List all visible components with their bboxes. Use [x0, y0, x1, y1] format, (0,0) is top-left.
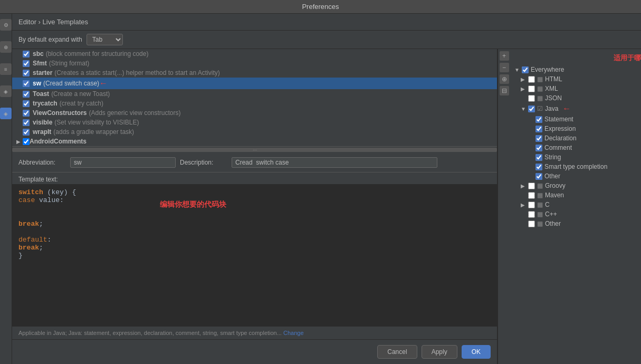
apply-button[interactable]: Apply: [422, 345, 457, 359]
tree-item-c[interactable]: ▶ ▦ C: [510, 200, 641, 209]
code-editor[interactable]: 编辑你想要的代码块 switch (key) { case value: bre…: [12, 184, 497, 326]
change-link[interactable]: Change: [283, 330, 304, 336]
tree-checkbox[interactable]: [528, 192, 535, 199]
item-checkbox[interactable]: [23, 100, 30, 107]
tree-checkbox[interactable]: [535, 164, 542, 170]
list-item[interactable]: ViewConstructors (Adds generic view cons…: [12, 108, 497, 118]
tree-checkbox[interactable]: [535, 145, 542, 151]
tree-toggle: ▶: [521, 86, 526, 92]
tree-item-everywhere[interactable]: ▼ Everywhere: [510, 65, 641, 74]
tree-checkbox[interactable]: [528, 106, 535, 112]
tree-item-json[interactable]: ▦ JSON: [510, 93, 641, 103]
context-annotation: 适用于哪种语言: [510, 51, 641, 65]
template-list[interactable]: sbc (block comment for structuring code)…: [12, 49, 497, 147]
tree-item-declaration[interactable]: Declaration: [510, 133, 641, 143]
context-panel: 适用于哪种语言 ▼ Everywhere ▶ ▦ HTML ▶: [510, 49, 641, 364]
fields-area: Abbreviation: Description:: [12, 153, 497, 173]
bottom-buttons: Cancel Apply OK: [12, 339, 497, 364]
header-bar: Editor › Live Templates Reset: [12, 14, 641, 31]
divider-handle[interactable]: ⋯: [12, 148, 497, 152]
arrow-annotation: ←: [99, 79, 108, 88]
sidebar-icon-3[interactable]: ≡: [0, 63, 12, 75]
list-item[interactable]: wrapIt (adds a gradle wrapper task): [12, 127, 497, 137]
list-item[interactable]: visible (Set view visibility to VISIBLE): [12, 118, 497, 127]
item-checkbox[interactable]: [23, 119, 30, 126]
tree-checkbox[interactable]: [535, 173, 542, 180]
tree-item-other[interactable]: ▦ Other: [510, 219, 641, 228]
item-checkbox[interactable]: [23, 60, 30, 67]
abbreviation-label: Abbreviation:: [18, 159, 66, 166]
tree-item-maven[interactable]: ▦ Maven: [510, 190, 641, 200]
tree-item-java[interactable]: ▼ ☑ Java ←: [510, 103, 641, 114]
list-item-sw[interactable]: sw (Cread switch case) ←: [12, 78, 497, 89]
tree-checkbox[interactable]: [528, 85, 535, 92]
tree-toggle: ▼: [514, 67, 520, 73]
tree-checkbox[interactable]: [528, 211, 535, 218]
tree-checkbox[interactable]: [535, 116, 542, 123]
window-title: Preferences: [302, 3, 339, 11]
add-button[interactable]: +: [500, 51, 509, 61]
list-item[interactable]: starter (Creates a static start(...) hel…: [12, 68, 497, 78]
tree-checkbox[interactable]: [528, 76, 535, 83]
item-checkbox[interactable]: [23, 80, 30, 87]
tree-item-groovy[interactable]: ▶ ▦ Groovy: [510, 181, 641, 190]
tree-checkbox[interactable]: [528, 221, 535, 227]
tree-checkbox[interactable]: [528, 95, 535, 102]
status-text: Applicable in Java; Java: statement, exp…: [18, 330, 282, 336]
template-list-panel: sbc (block comment for structuring code)…: [12, 49, 498, 364]
tree-item-smart-completion[interactable]: Smart type completion: [510, 162, 641, 171]
cancel-button[interactable]: Cancel: [377, 345, 417, 359]
ok-button[interactable]: OK: [462, 345, 491, 359]
left-sidebar: ⚙ ⊕ ≡ ◈ ◈: [0, 14, 12, 364]
sidebar-icon-1[interactable]: ⚙: [0, 19, 12, 31]
sidebar-icon-4[interactable]: ◈: [0, 85, 12, 97]
item-checkbox[interactable]: [23, 91, 30, 98]
panel-toolbar: + − ⊕ ⊟: [498, 49, 510, 364]
tree-toggle: ▼: [521, 106, 526, 112]
item-checkbox[interactable]: [23, 70, 30, 76]
description-label: Description:: [180, 159, 227, 166]
expand-label: By default expand with: [18, 36, 82, 43]
list-item[interactable]: Sfmt (String format): [12, 59, 497, 68]
list-item[interactable]: Toast (Create a new Toast): [12, 89, 497, 99]
tree-item-statement[interactable]: Statement: [510, 114, 641, 124]
item-checkbox[interactable]: [23, 110, 30, 117]
tree-toggle: ▶: [521, 183, 526, 189]
item-checkbox[interactable]: [23, 51, 30, 58]
group-item-androidcomments[interactable]: ▶ AndroidComments: [12, 137, 497, 146]
tree-item-other-java[interactable]: Other: [510, 171, 641, 181]
tree-toggle: ▶: [521, 202, 526, 208]
move-button[interactable]: ⊟: [500, 86, 509, 95]
sidebar-icon-5[interactable]: ◈: [0, 108, 12, 119]
copy-button[interactable]: ⊕: [500, 74, 509, 84]
tree-checkbox[interactable]: [535, 135, 542, 142]
expand-row: By default expand with Tab Enter Space: [12, 31, 641, 49]
tree-item-html[interactable]: ▶ ▦ HTML: [510, 74, 641, 84]
tree-checkbox[interactable]: [528, 202, 535, 208]
tree-item-comment[interactable]: Comment: [510, 143, 641, 152]
code-annotation: 编辑你想要的代码块: [160, 200, 226, 209]
annotation-text: 适用于哪种语言: [614, 54, 641, 62]
remove-button[interactable]: −: [500, 63, 509, 72]
item-checkbox[interactable]: [23, 129, 30, 136]
list-item[interactable]: sbc (block comment for structuring code): [12, 49, 497, 59]
tree-item-string[interactable]: String: [510, 152, 641, 162]
tree-checkbox[interactable]: [535, 126, 542, 132]
list-item[interactable]: trycatch (creat try catch): [12, 99, 497, 108]
tree-item-cpp[interactable]: ▦ C++: [510, 209, 641, 219]
tree-checkbox[interactable]: [528, 183, 535, 189]
title-bar: Preferences: [0, 0, 641, 14]
status-bar: Applicable in Java; Java: statement, exp…: [12, 326, 497, 339]
sidebar-icon-2[interactable]: ⊕: [0, 41, 12, 53]
tree-item-expression[interactable]: Expression: [510, 124, 641, 133]
tree-checkbox[interactable]: [535, 154, 542, 161]
tree-toggle: ▶: [521, 76, 526, 82]
group-checkbox[interactable]: [23, 138, 30, 145]
abbreviation-input[interactable]: [70, 157, 176, 168]
content-area: Editor › Live Templates Reset By default…: [12, 14, 641, 364]
template-text-label: Template text:: [12, 173, 497, 184]
tree-checkbox[interactable]: [522, 66, 529, 73]
description-input[interactable]: [232, 157, 437, 168]
tree-item-xml[interactable]: ▶ ▦ XML: [510, 84, 641, 93]
expand-select[interactable]: Tab Enter Space: [87, 34, 123, 45]
